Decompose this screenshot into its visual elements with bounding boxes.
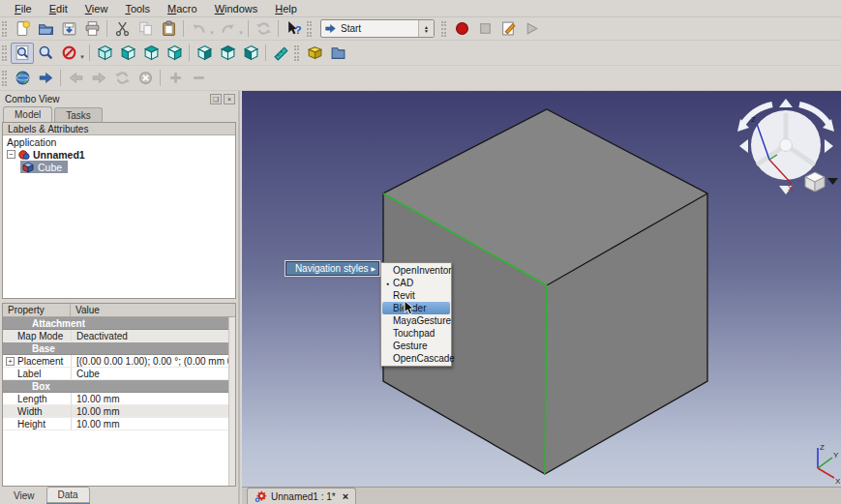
- navigation-cube[interactable]: Z X: [737, 99, 838, 194]
- property-row[interactable]: + Base: [3, 342, 235, 355]
- submenu-item[interactable]: ● OpenCascade: [382, 352, 450, 365]
- property-value[interactable]: 10.00 mm: [71, 418, 235, 430]
- redo-button[interactable]: [216, 18, 239, 40]
- draw-style-button[interactable]: [57, 43, 80, 64]
- tree-root-application[interactable]: Application: [3, 135, 235, 148]
- property-row[interactable]: + Width 10.00 mm: [3, 405, 235, 418]
- zoom-out-button[interactable]: [187, 68, 210, 89]
- reload-button[interactable]: [110, 68, 134, 89]
- combo-view-tab[interactable]: Model: [3, 106, 52, 123]
- cut-button[interactable]: [110, 18, 134, 40]
- tree-item-cube[interactable]: Cube: [3, 161, 235, 173]
- menu-item[interactable]: View: [76, 1, 117, 16]
- start-page-button[interactable]: [34, 68, 57, 89]
- create-group-button[interactable]: [326, 43, 349, 64]
- menu-item[interactable]: Edit: [41, 1, 76, 16]
- value-column-header[interactable]: Value: [71, 305, 235, 315]
- property-value[interactable]: 10.00 mm: [71, 393, 235, 404]
- 3d-viewport[interactable]: Z X Z Y X Navigation styles ▶: [242, 91, 841, 487]
- panel-close-button[interactable]: ×: [224, 94, 235, 104]
- expand-icon[interactable]: +: [6, 357, 15, 366]
- print-button[interactable]: [80, 18, 104, 40]
- submenu-item[interactable]: ● Touchpad: [382, 327, 450, 340]
- nav-arrow-left-icon[interactable]: [739, 139, 748, 153]
- toolbar-grip[interactable]: [307, 21, 312, 37]
- undo-dropdown-icon[interactable]: ▼: [209, 30, 216, 36]
- paste-button[interactable]: [157, 18, 180, 40]
- menu-item[interactable]: Macro: [159, 1, 206, 16]
- property-value[interactable]: Cube: [71, 368, 235, 379]
- property-row[interactable]: + Length 10.00 mm: [3, 393, 235, 405]
- macro-edit-button[interactable]: [496, 18, 520, 40]
- open-button[interactable]: [34, 18, 57, 40]
- property-row[interactable]: + Attachment: [3, 317, 235, 330]
- property-value[interactable]: 10.00 mm: [71, 405, 235, 417]
- submenu-item[interactable]: ● MayaGesture: [382, 314, 450, 327]
- macro-play-button[interactable]: [520, 18, 543, 40]
- workbench-spinner[interactable]: ▲▼: [418, 20, 434, 37]
- back-button[interactable]: [64, 68, 87, 89]
- menu-item[interactable]: Windows: [206, 1, 267, 16]
- property-mode-tab[interactable]: Data: [46, 487, 90, 503]
- nav-mini-cube-menu[interactable]: [805, 172, 838, 192]
- property-row[interactable]: + Placement [(0.00 0.00 1.00); 0.00 °; (…: [3, 355, 235, 368]
- macro-record-button[interactable]: [450, 18, 473, 40]
- toolbar-grip[interactable]: [2, 71, 7, 86]
- combo-view-titlebar[interactable]: Combo View ❏ ×: [0, 91, 238, 106]
- submenu-item[interactable]: ● CAD: [382, 277, 450, 289]
- fit-all-button[interactable]: [11, 43, 34, 64]
- forward-button[interactable]: [87, 68, 110, 89]
- open-website-button[interactable]: [11, 68, 34, 89]
- view-rear-button[interactable]: [193, 43, 216, 64]
- view-front-button[interactable]: [116, 43, 139, 64]
- property-scrollbar[interactable]: [228, 317, 235, 486]
- nav-arrow-right-icon[interactable]: [825, 139, 833, 153]
- view-right-button[interactable]: [163, 43, 186, 64]
- collapse-icon[interactable]: −: [7, 150, 15, 159]
- view-left-button[interactable]: [239, 43, 262, 64]
- copy-button[interactable]: [134, 18, 157, 40]
- save-button[interactable]: [57, 18, 80, 40]
- nav-arrow-up-icon[interactable]: [779, 99, 793, 107]
- property-row[interactable]: + Label Cube: [3, 368, 235, 380]
- zoom-in-button[interactable]: [164, 68, 187, 89]
- property-row[interactable]: + Map Mode Deactivated: [3, 330, 235, 342]
- tab-close-icon[interactable]: ×: [343, 490, 348, 502]
- draw-style-dropdown-icon[interactable]: ▼: [79, 54, 86, 60]
- combo-view-tab[interactable]: Tasks: [54, 107, 103, 123]
- selected-tree-item[interactable]: Cube: [20, 161, 68, 173]
- view-isometric-button[interactable]: [93, 43, 116, 64]
- macro-stop-button[interactable]: [473, 18, 496, 40]
- property-row[interactable]: + Box: [3, 380, 235, 393]
- toolbar-grip[interactable]: [2, 21, 7, 37]
- stop-load-button[interactable]: [134, 68, 157, 89]
- property-row[interactable]: + Height 10.00 mm: [3, 418, 235, 430]
- redo-dropdown-icon[interactable]: ▼: [238, 30, 245, 36]
- view-top-button[interactable]: [139, 43, 163, 64]
- submenu-item[interactable]: ● Gesture: [382, 340, 450, 352]
- property-value[interactable]: [(0.00 0.00 1.00); 0.00 °; (0.00 mm 0.00…: [71, 355, 235, 367]
- panel-float-button[interactable]: ❏: [210, 94, 222, 104]
- tree-item-document[interactable]: − Unnamed1: [3, 148, 235, 161]
- toolbar-grip[interactable]: [294, 45, 299, 61]
- view-bottom-button[interactable]: [216, 43, 239, 64]
- toolbar-grip[interactable]: [441, 21, 446, 37]
- submenu-item[interactable]: ● Revit: [382, 289, 450, 302]
- property-value[interactable]: Deactivated: [71, 330, 235, 341]
- menu-item[interactable]: Help: [266, 1, 306, 16]
- undo-button[interactable]: [187, 18, 210, 40]
- zoom-button[interactable]: [34, 43, 57, 64]
- measure-button[interactable]: [269, 43, 292, 64]
- new-document-button[interactable]: [11, 18, 34, 40]
- property-mode-tab[interactable]: View: [2, 488, 46, 503]
- whats-this-button[interactable]: ?: [282, 18, 305, 40]
- create-part-button[interactable]: [303, 43, 326, 64]
- property-column-header[interactable]: Property: [3, 304, 71, 316]
- menu-item[interactable]: Tools: [116, 1, 159, 16]
- refresh-button[interactable]: [252, 18, 275, 40]
- menu-item[interactable]: File: [6, 1, 41, 16]
- menu-item-navigation-styles[interactable]: Navigation styles ▶: [286, 262, 378, 275]
- toolbar-grip[interactable]: [2, 45, 7, 61]
- document-tab[interactable]: Unnamed1 : 1* ×: [247, 488, 356, 504]
- workbench-selector[interactable]: Start ▲▼: [320, 19, 435, 38]
